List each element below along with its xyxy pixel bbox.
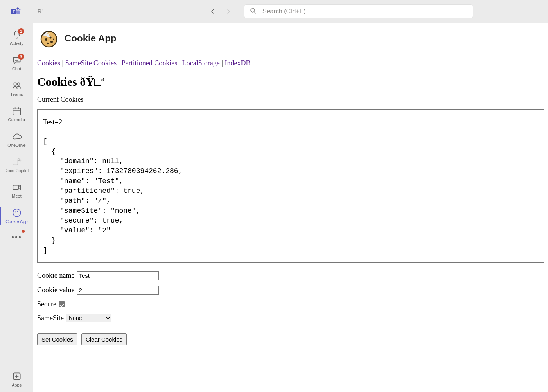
search-input[interactable]: [262, 7, 467, 15]
secure-checkbox[interactable]: [59, 301, 65, 307]
cookie-json: [ { "domain": null, "expires": 173278039…: [43, 138, 182, 254]
page-subheading: Current Cookies: [37, 95, 544, 104]
rail-label: Teams: [10, 92, 23, 97]
video-icon: [12, 182, 22, 192]
svg-point-8: [14, 83, 16, 85]
chat-badge: 3: [18, 54, 24, 60]
cookie-value-input[interactable]: [77, 286, 159, 295]
svg-point-15: [18, 159, 20, 161]
svg-point-19: [15, 211, 16, 212]
svg-point-2: [16, 7, 19, 10]
rail-more[interactable]: •••: [0, 228, 33, 246]
svg-point-22: [15, 214, 16, 214]
cookie-app-icon: [40, 29, 58, 48]
cloud-icon: [12, 131, 22, 142]
app-header: Cookie App: [33, 23, 548, 55]
back-button[interactable]: [209, 7, 217, 15]
notification-dot-icon: [22, 230, 25, 233]
svg-text:T: T: [13, 9, 15, 14]
rail-label: OneDrive: [7, 143, 25, 147]
rail-label: Docs Copilot: [4, 168, 29, 173]
calendar-icon: [12, 106, 22, 116]
link-samesite[interactable]: SameSite Cookies: [65, 59, 117, 67]
people-icon: [12, 81, 22, 91]
titlebar: T R1: [0, 0, 548, 23]
cookie-icon: [12, 208, 22, 218]
apps-icon: [12, 371, 22, 381]
samesite-select[interactable]: None: [66, 314, 111, 322]
secure-label: Secure: [37, 300, 56, 308]
rail-apps[interactable]: Apps: [0, 367, 33, 392]
rail-cookieapp[interactable]: Cookie App: [0, 203, 33, 228]
svg-point-18: [13, 209, 21, 217]
search-box[interactable]: [244, 4, 473, 18]
svg-rect-17: [13, 185, 18, 190]
clear-cookies-button[interactable]: Clear Cookies: [81, 333, 127, 345]
copilot-icon: [12, 157, 22, 167]
samesite-label: SameSite: [37, 314, 64, 322]
nav-links: Cookies | SameSite Cookies | Partitioned…: [37, 59, 544, 67]
svg-line-5: [254, 12, 256, 13]
svg-point-20: [17, 211, 18, 212]
cookie-name-input[interactable]: [77, 271, 159, 280]
rail-label: Calendar: [8, 117, 25, 122]
cookie-line: Test=2: [43, 118, 62, 126]
svg-point-27: [45, 38, 47, 41]
page-heading: Cookies ðŸ□ª: [37, 75, 544, 88]
svg-point-29: [50, 41, 53, 43]
org-name: R1: [38, 8, 45, 14]
set-cookies-button[interactable]: Set Cookies: [37, 333, 77, 345]
rail-teams[interactable]: Teams: [0, 76, 33, 101]
svg-point-9: [17, 83, 20, 85]
teams-logo-icon: T: [10, 6, 21, 17]
app-rail: 1 Activity 3 Chat Teams: [0, 23, 33, 392]
forward-button[interactable]: [225, 7, 232, 15]
link-cookies[interactable]: Cookies: [37, 59, 60, 67]
search-icon: [250, 7, 256, 15]
page-body: Cookies | SameSite Cookies | Partitioned…: [33, 55, 548, 355]
bell-icon: 1: [12, 30, 22, 40]
svg-point-31: [53, 38, 54, 40]
rail-label: Meet: [12, 194, 21, 198]
svg-point-16: [20, 160, 21, 161]
cookie-name-label: Cookie name: [37, 272, 74, 280]
cookies-box: Test=2 [ { "domain": null, "expires": 17…: [37, 109, 544, 263]
rail-meet[interactable]: Meet: [0, 178, 33, 203]
rail-label: Cookie App: [5, 219, 27, 224]
link-partitioned[interactable]: Partitioned Cookies: [122, 59, 178, 67]
svg-point-3: [19, 9, 20, 10]
rail-label: Chat: [12, 67, 21, 71]
svg-rect-10: [13, 108, 21, 115]
rail-activity[interactable]: 1 Activity: [0, 25, 33, 50]
content-pane: Cookie App Cookies | SameSite Cookies | …: [33, 23, 548, 392]
chat-icon: 3: [12, 55, 22, 65]
rail-label: Apps: [12, 383, 22, 387]
svg-point-28: [49, 36, 51, 38]
rail-docscopilot[interactable]: Docs Copilot: [0, 152, 33, 178]
svg-point-30: [47, 43, 49, 44]
svg-point-21: [17, 214, 18, 215]
svg-rect-14: [13, 160, 18, 165]
rail-calendar[interactable]: Calendar: [0, 101, 33, 127]
rail-label: Activity: [10, 41, 23, 46]
link-localstorage[interactable]: LocalStorage: [182, 59, 220, 67]
rail-chat[interactable]: 3 Chat: [0, 50, 33, 76]
app-title: Cookie App: [65, 33, 116, 44]
link-indexdb[interactable]: IndexDB: [225, 59, 250, 67]
cookie-value-label: Cookie value: [37, 286, 74, 294]
more-icon: •••: [11, 233, 22, 242]
rail-onedrive[interactable]: OneDrive: [0, 127, 33, 152]
activity-badge: 1: [18, 28, 24, 34]
